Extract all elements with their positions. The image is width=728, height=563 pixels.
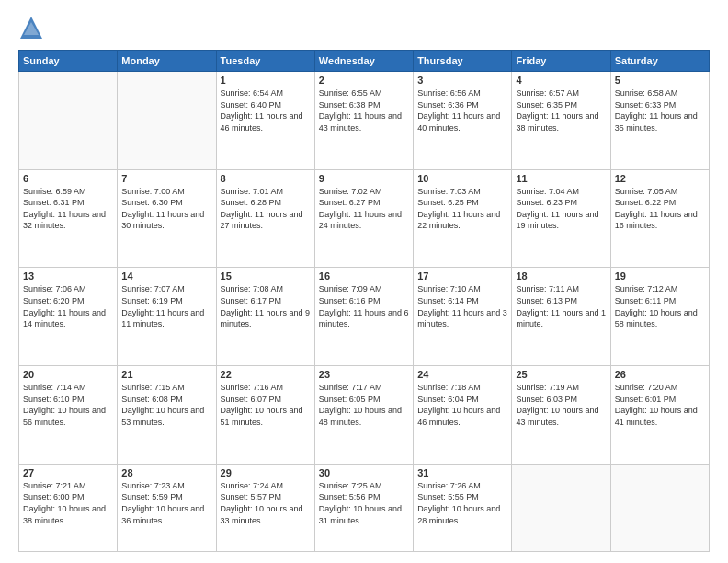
day-number: 17 <box>417 270 507 282</box>
calendar-cell: 12Sunrise: 7:05 AM Sunset: 6:22 PM Dayli… <box>610 169 709 268</box>
day-info: Sunrise: 7:02 AM Sunset: 6:27 PM Dayligh… <box>319 186 409 232</box>
calendar-cell: 19Sunrise: 7:12 AM Sunset: 6:11 PM Dayli… <box>610 268 709 366</box>
calendar-cell: 16Sunrise: 7:09 AM Sunset: 6:16 PM Dayli… <box>314 268 413 366</box>
logo-icon <box>18 15 44 40</box>
calendar-cell: 11Sunrise: 7:04 AM Sunset: 6:23 PM Dayli… <box>512 169 610 268</box>
calendar-cell: 31Sunrise: 7:26 AM Sunset: 5:55 PM Dayli… <box>414 464 512 551</box>
weekday-header-tuesday: Tuesday <box>216 51 314 72</box>
day-number: 18 <box>516 270 606 282</box>
day-info: Sunrise: 6:55 AM Sunset: 6:38 PM Dayligh… <box>319 87 409 133</box>
weekday-header-monday: Monday <box>118 51 216 72</box>
day-info: Sunrise: 7:19 AM Sunset: 6:03 PM Dayligh… <box>516 382 606 428</box>
day-info: Sunrise: 7:21 AM Sunset: 6:00 PM Dayligh… <box>23 480 113 526</box>
day-info: Sunrise: 7:05 AM Sunset: 6:22 PM Dayligh… <box>615 186 705 232</box>
calendar-cell: 17Sunrise: 7:10 AM Sunset: 6:14 PM Dayli… <box>414 268 512 366</box>
day-info: Sunrise: 6:58 AM Sunset: 6:33 PM Dayligh… <box>615 87 705 133</box>
day-number: 10 <box>417 173 507 184</box>
day-number: 5 <box>615 75 705 86</box>
day-number: 19 <box>615 270 705 282</box>
logo <box>18 15 50 40</box>
calendar-cell: 10Sunrise: 7:03 AM Sunset: 6:25 PM Dayli… <box>414 169 512 268</box>
day-number: 11 <box>516 173 606 184</box>
day-number: 30 <box>319 467 409 478</box>
calendar-table: SundayMondayTuesdayWednesdayThursdayFrid… <box>18 50 710 552</box>
calendar-cell: 25Sunrise: 7:19 AM Sunset: 6:03 PM Dayli… <box>512 366 610 465</box>
calendar-cell <box>19 72 118 170</box>
day-number: 23 <box>319 369 409 380</box>
day-info: Sunrise: 7:08 AM Sunset: 6:17 PM Dayligh… <box>221 283 311 329</box>
calendar-cell: 2Sunrise: 6:55 AM Sunset: 6:38 PM Daylig… <box>314 72 413 170</box>
day-info: Sunrise: 7:20 AM Sunset: 6:01 PM Dayligh… <box>615 382 705 428</box>
day-info: Sunrise: 7:11 AM Sunset: 6:13 PM Dayligh… <box>516 283 606 329</box>
day-number: 25 <box>516 369 606 380</box>
week-row-3: 13Sunrise: 7:06 AM Sunset: 6:20 PM Dayli… <box>19 268 710 366</box>
calendar-cell: 7Sunrise: 7:00 AM Sunset: 6:30 PM Daylig… <box>118 169 216 268</box>
calendar-cell: 21Sunrise: 7:15 AM Sunset: 6:08 PM Dayli… <box>118 366 216 465</box>
day-number: 27 <box>23 467 113 478</box>
day-info: Sunrise: 7:12 AM Sunset: 6:11 PM Dayligh… <box>615 283 705 329</box>
week-row-2: 6Sunrise: 6:59 AM Sunset: 6:31 PM Daylig… <box>19 169 710 268</box>
calendar-cell: 23Sunrise: 7:17 AM Sunset: 6:05 PM Dayli… <box>314 366 413 465</box>
day-info: Sunrise: 7:18 AM Sunset: 6:04 PM Dayligh… <box>417 382 507 428</box>
weekday-header-row: SundayMondayTuesdayWednesdayThursdayFrid… <box>19 51 710 72</box>
day-number: 16 <box>319 270 409 282</box>
day-info: Sunrise: 7:00 AM Sunset: 6:30 PM Dayligh… <box>121 186 211 232</box>
weekday-header-thursday: Thursday <box>414 51 512 72</box>
calendar-cell <box>118 72 216 170</box>
day-info: Sunrise: 7:09 AM Sunset: 6:16 PM Dayligh… <box>319 283 409 329</box>
weekday-header-saturday: Saturday <box>610 51 709 72</box>
calendar-cell: 5Sunrise: 6:58 AM Sunset: 6:33 PM Daylig… <box>610 72 709 170</box>
calendar-cell: 24Sunrise: 7:18 AM Sunset: 6:04 PM Dayli… <box>414 366 512 465</box>
day-number: 4 <box>516 75 606 86</box>
calendar-cell: 13Sunrise: 7:06 AM Sunset: 6:20 PM Dayli… <box>19 268 118 366</box>
day-number: 12 <box>615 173 705 184</box>
weekday-header-wednesday: Wednesday <box>314 51 413 72</box>
day-info: Sunrise: 6:57 AM Sunset: 6:35 PM Dayligh… <box>516 87 606 133</box>
calendar-cell: 22Sunrise: 7:16 AM Sunset: 6:07 PM Dayli… <box>216 366 314 465</box>
day-info: Sunrise: 7:24 AM Sunset: 5:57 PM Dayligh… <box>221 480 311 526</box>
day-number: 28 <box>121 467 211 478</box>
day-number: 20 <box>23 369 113 380</box>
calendar-cell: 30Sunrise: 7:25 AM Sunset: 5:56 PM Dayli… <box>314 464 413 551</box>
week-row-4: 20Sunrise: 7:14 AM Sunset: 6:10 PM Dayli… <box>19 366 710 465</box>
day-info: Sunrise: 7:07 AM Sunset: 6:19 PM Dayligh… <box>121 283 211 329</box>
day-info: Sunrise: 7:04 AM Sunset: 6:23 PM Dayligh… <box>516 186 606 232</box>
day-info: Sunrise: 7:25 AM Sunset: 5:56 PM Dayligh… <box>319 480 409 526</box>
day-number: 15 <box>221 270 311 282</box>
calendar-cell: 6Sunrise: 6:59 AM Sunset: 6:31 PM Daylig… <box>19 169 118 268</box>
day-info: Sunrise: 7:14 AM Sunset: 6:10 PM Dayligh… <box>23 382 113 428</box>
day-info: Sunrise: 7:17 AM Sunset: 6:05 PM Dayligh… <box>319 382 409 428</box>
day-number: 26 <box>615 369 705 380</box>
day-number: 7 <box>121 173 211 184</box>
day-info: Sunrise: 7:23 AM Sunset: 5:59 PM Dayligh… <box>121 480 211 526</box>
calendar-cell: 14Sunrise: 7:07 AM Sunset: 6:19 PM Dayli… <box>118 268 216 366</box>
calendar-cell: 26Sunrise: 7:20 AM Sunset: 6:01 PM Dayli… <box>610 366 709 465</box>
calendar-cell: 20Sunrise: 7:14 AM Sunset: 6:10 PM Dayli… <box>19 366 118 465</box>
day-number: 21 <box>121 369 211 380</box>
day-info: Sunrise: 6:54 AM Sunset: 6:40 PM Dayligh… <box>221 87 311 133</box>
calendar-cell: 29Sunrise: 7:24 AM Sunset: 5:57 PM Dayli… <box>216 464 314 551</box>
day-number: 29 <box>221 467 311 478</box>
header <box>18 15 710 40</box>
day-number: 14 <box>121 270 211 282</box>
calendar-cell: 15Sunrise: 7:08 AM Sunset: 6:17 PM Dayli… <box>216 268 314 366</box>
day-info: Sunrise: 6:56 AM Sunset: 6:36 PM Dayligh… <box>417 87 507 133</box>
day-number: 1 <box>221 75 311 86</box>
day-info: Sunrise: 6:59 AM Sunset: 6:31 PM Dayligh… <box>23 186 113 232</box>
day-number: 22 <box>221 369 311 380</box>
day-info: Sunrise: 7:03 AM Sunset: 6:25 PM Dayligh… <box>417 186 507 232</box>
calendar-cell: 3Sunrise: 6:56 AM Sunset: 6:36 PM Daylig… <box>414 72 512 170</box>
calendar-cell: 4Sunrise: 6:57 AM Sunset: 6:35 PM Daylig… <box>512 72 610 170</box>
day-number: 2 <box>319 75 409 86</box>
week-row-1: 1Sunrise: 6:54 AM Sunset: 6:40 PM Daylig… <box>19 72 710 170</box>
day-number: 3 <box>417 75 507 86</box>
calendar-cell <box>610 464 709 551</box>
day-number: 24 <box>417 369 507 380</box>
calendar-cell: 8Sunrise: 7:01 AM Sunset: 6:28 PM Daylig… <box>216 169 314 268</box>
day-info: Sunrise: 7:16 AM Sunset: 6:07 PM Dayligh… <box>221 382 311 428</box>
day-info: Sunrise: 7:10 AM Sunset: 6:14 PM Dayligh… <box>417 283 507 329</box>
calendar-cell: 28Sunrise: 7:23 AM Sunset: 5:59 PM Dayli… <box>118 464 216 551</box>
calendar-cell: 1Sunrise: 6:54 AM Sunset: 6:40 PM Daylig… <box>216 72 314 170</box>
day-info: Sunrise: 7:26 AM Sunset: 5:55 PM Dayligh… <box>417 480 507 526</box>
day-info: Sunrise: 7:01 AM Sunset: 6:28 PM Dayligh… <box>221 186 311 232</box>
